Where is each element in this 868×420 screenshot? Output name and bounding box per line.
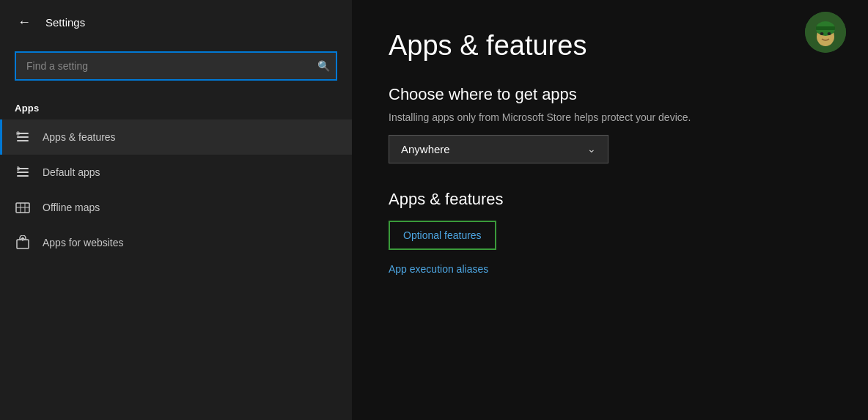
optional-features-link[interactable]: Optional features xyxy=(389,221,496,250)
sidebar: ← Settings 🔍 Apps Apps & features xyxy=(0,0,352,420)
optional-features-label: Optional features xyxy=(403,229,482,241)
svg-rect-0 xyxy=(17,133,29,134)
optional-features-link-wrapper: Optional features xyxy=(389,221,831,257)
sidebar-item-default-apps-label: Default apps xyxy=(43,166,100,178)
main-content: Apps & features Choose where to get apps… xyxy=(352,0,868,420)
app-execution-aliases-label: App execution aliases xyxy=(389,263,488,275)
sidebar-item-offline-maps[interactable]: Offline maps xyxy=(0,190,352,225)
apps-features-sub-heading: Apps & features xyxy=(389,190,831,209)
sidebar-item-apps-features-label: Apps & features xyxy=(43,131,116,143)
sidebar-item-offline-maps-label: Offline maps xyxy=(43,202,100,213)
back-icon: ← xyxy=(18,15,31,30)
search-box: 🔍 xyxy=(15,51,337,81)
dropdown-value: Anywhere xyxy=(401,143,450,155)
svg-rect-14 xyxy=(816,26,835,30)
svg-rect-2 xyxy=(17,140,29,141)
choose-heading: Choose where to get apps xyxy=(389,85,831,104)
back-button[interactable]: ← xyxy=(15,12,34,33)
apps-features-icon xyxy=(15,130,31,144)
sidebar-item-default-apps[interactable]: Default apps xyxy=(0,155,352,190)
app-execution-aliases-link[interactable]: App execution aliases xyxy=(389,263,831,275)
sidebar-title: Settings xyxy=(45,16,85,29)
svg-rect-1 xyxy=(17,136,29,138)
sidebar-item-apps-websites-label: Apps for websites xyxy=(43,237,124,248)
offline-maps-icon xyxy=(15,200,31,215)
avatar xyxy=(805,12,846,53)
search-icon-button[interactable]: 🔍 xyxy=(317,60,330,72)
sidebar-item-apps-features[interactable]: Apps & features xyxy=(0,119,352,155)
svg-rect-6 xyxy=(17,175,29,177)
search-input[interactable] xyxy=(15,51,337,81)
svg-point-12 xyxy=(820,32,824,35)
sidebar-item-apps-websites[interactable]: Apps for websites xyxy=(0,225,352,260)
default-apps-icon xyxy=(15,165,31,180)
choose-desc: Installing apps only from Microsoft Stor… xyxy=(389,111,831,123)
svg-point-13 xyxy=(828,32,831,35)
svg-rect-5 xyxy=(17,172,29,173)
sidebar-header: ← Settings xyxy=(0,0,352,44)
page-title: Apps & features xyxy=(389,29,831,63)
anywhere-dropdown[interactable]: Anywhere ⌄ xyxy=(389,135,608,163)
chevron-down-icon: ⌄ xyxy=(587,143,596,155)
sidebar-nav: Apps & features Default apps Offline m xyxy=(0,119,352,260)
apps-section-label: Apps xyxy=(0,95,352,119)
apps-websites-icon xyxy=(15,235,31,250)
svg-rect-4 xyxy=(17,168,29,169)
